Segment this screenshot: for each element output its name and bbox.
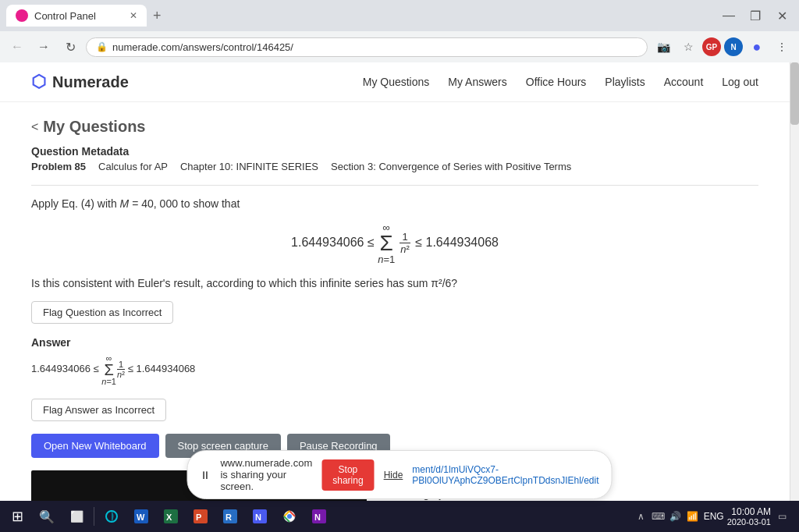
screen-share-banner: ⏸ www.numerade.com is sharing your scree… — [186, 450, 612, 499]
browser-tab[interactable]: Control Panel ✕ — [6, 5, 147, 27]
tab-title: Control Panel — [34, 10, 96, 22]
chapter: Chapter 10: INFINITE SERIES — [180, 161, 318, 172]
tab-favicon — [16, 9, 28, 22]
forward-btn[interactable]: → — [33, 36, 55, 58]
address-text: numerade.com/answers/control/146425/ — [112, 41, 637, 53]
ans-sum-limits: ∞ Σ n=1 — [101, 353, 116, 386]
close-btn[interactable]: ✕ — [771, 5, 793, 27]
sys-tray: ∧ ⌨ 🔊 📶 — [634, 509, 701, 524]
back-nav[interactable]: < My Questions — [31, 118, 758, 136]
taskbar-n-icon[interactable]: N — [246, 502, 274, 530]
nav-links: My Questions My Answers Office Hours Pla… — [363, 76, 758, 88]
fraction-numerator: 1 — [400, 231, 410, 243]
sum-limits: ∞ Σ n=1 — [378, 222, 395, 264]
reload-btn[interactable]: ↻ — [59, 36, 81, 58]
show-desktop-btn[interactable]: ▭ — [774, 509, 790, 524]
task-view-btn[interactable]: ⬜ — [62, 502, 91, 530]
answer-section: Answer 1.644934066 ≤ ∞ Σ n=1 1 n² ≤ 1 — [31, 336, 758, 386]
svg-text:P: P — [196, 512, 201, 522]
nav-account[interactable]: Account — [664, 76, 704, 88]
answer-math: 1.644934066 ≤ ∞ Σ n=1 1 n² ≤ 1.644934068 — [31, 353, 758, 386]
fraction-denominator: n² — [398, 243, 412, 255]
tray-volume-icon[interactable]: 🔊 — [668, 509, 684, 524]
nav-playlists[interactable]: Playlists — [605, 76, 645, 88]
question-rest: to show that — [181, 197, 240, 210]
profile2-avatar[interactable]: N — [724, 37, 743, 56]
taskbar-sep — [94, 507, 94, 526]
leq-symbol: ≤ — [368, 236, 378, 249]
svg-text:X: X — [166, 512, 172, 522]
summation-notation: ∞ Σ n=1 1 n² — [378, 222, 412, 264]
scrollbar-thumb[interactable] — [790, 62, 799, 125]
share-link: ment/d/1lmUiVQcx7-PBl0OlUYAphCZ9OBErtClp… — [412, 464, 598, 486]
menu-btn[interactable]: ⋮ — [771, 36, 793, 58]
ans-fraction: 1 n² — [117, 360, 125, 379]
svg-text:W: W — [137, 512, 145, 522]
taskbar-excel-icon[interactable]: X — [157, 502, 185, 530]
start-btn[interactable]: ⊞ — [3, 502, 31, 530]
fraction-1-n2: 1 n² — [398, 231, 412, 255]
page-title: My Questions — [43, 118, 145, 136]
taskbar: ⊞ 🔍 ⬜ W X P R N N ∧ ⌨ 🔊 📶 ENG 10:00 AM 2… — [0, 501, 799, 532]
math-display: 1.644934066 ≤ ∞ Σ n=1 1 n² ≤ 1.644934068 — [31, 222, 758, 264]
back-btn[interactable]: ← — [6, 36, 28, 58]
flag-answer-btn[interactable]: Flag Answer as Incorrect — [31, 399, 166, 421]
lock-icon: 🔒 — [96, 41, 108, 52]
back-arrow-icon: < — [31, 120, 38, 134]
meta-label: Question Metadata — [31, 145, 758, 158]
cast-btn[interactable]: 📷 — [652, 36, 674, 58]
sigma-symbol: Σ — [380, 233, 393, 253]
taskbar-date: 2020-03-01 — [727, 517, 771, 527]
svg-text:N: N — [255, 512, 261, 522]
svg-point-12 — [287, 514, 292, 519]
question-followup: Is this consistent with Euler's result, … — [31, 275, 758, 292]
divider — [31, 185, 758, 186]
math-left-bound: 1.644934066 — [291, 236, 364, 249]
nav-my-answers[interactable]: My Answers — [448, 76, 506, 88]
logo-text: Numerade — [52, 73, 129, 91]
taskbar-clock: 10:00 AM 2020-03-01 — [727, 506, 771, 527]
taskbar-r-icon[interactable]: R — [216, 502, 244, 530]
tray-up-icon[interactable]: ∧ — [634, 509, 649, 524]
minimize-btn[interactable]: — — [718, 5, 740, 27]
taskbar-edge-icon[interactable] — [98, 502, 126, 530]
profile1-avatar[interactable]: GP — [702, 37, 721, 56]
bookmark-btn[interactable]: ☆ — [677, 36, 699, 58]
open-whiteboard-btn[interactable]: Open New Whiteboard — [31, 434, 159, 458]
navbar: ⬡ Numerade My Questions My Answers Offic… — [0, 62, 790, 102]
taskbar-right: ∧ ⌨ 🔊 📶 ENG 10:00 AM 2020-03-01 ▭ — [634, 506, 796, 527]
taskbar-chrome-icon[interactable] — [275, 502, 304, 530]
stop-sharing-btn[interactable]: Stop sharing — [321, 459, 374, 491]
taskbar-onenote-icon[interactable]: N — [305, 502, 333, 530]
leq-symbol2: ≤ — [415, 236, 425, 249]
tab-close-btn[interactable]: ✕ — [130, 10, 137, 21]
svg-text:N: N — [314, 512, 321, 522]
search-btn[interactable]: 🔍 — [33, 502, 61, 530]
nav-office-hours[interactable]: Office Hours — [526, 76, 587, 88]
section: Section 3: Convergence of Series with Po… — [331, 161, 571, 172]
sum-lower: n=1 — [378, 254, 395, 265]
nav-logout[interactable]: Log out — [722, 76, 758, 88]
language-indicator: ENG — [704, 511, 724, 522]
logo[interactable]: ⬡ Numerade — [31, 72, 129, 92]
hide-btn[interactable]: Hide — [384, 470, 403, 481]
new-tab-btn[interactable]: + — [153, 8, 162, 24]
math-right-bound: 1.644934068 — [426, 236, 499, 249]
flag-question-btn[interactable]: Flag Question as Incorrect — [31, 301, 173, 324]
answer-label: Answer — [31, 336, 758, 349]
question-metadata: Question Metadata Problem 85 Calculus fo… — [31, 145, 758, 172]
question-text: Apply Eq. (4) with M = 40, 000 to show t… — [31, 195, 758, 212]
address-bar[interactable]: 🔒 numerade.com/answers/control/146425/ — [86, 37, 648, 57]
screen-share-icon: ⏸ — [200, 469, 211, 481]
nav-my-questions[interactable]: My Questions — [363, 76, 430, 88]
tray-network-icon[interactable]: 📶 — [685, 509, 701, 524]
logo-icon: ⬡ — [31, 72, 46, 92]
scrollbar[interactable] — [790, 62, 799, 501]
tray-keyboard-icon[interactable]: ⌨ — [651, 509, 666, 524]
taskbar-ppt-icon[interactable]: P — [186, 502, 215, 530]
problem-number: Problem 85 — [31, 161, 86, 172]
taskbar-word-icon[interactable]: W — [127, 502, 155, 530]
user-btn[interactable]: ● — [746, 36, 768, 58]
svg-text:R: R — [225, 512, 232, 522]
restore-btn[interactable]: ❐ — [744, 5, 766, 27]
